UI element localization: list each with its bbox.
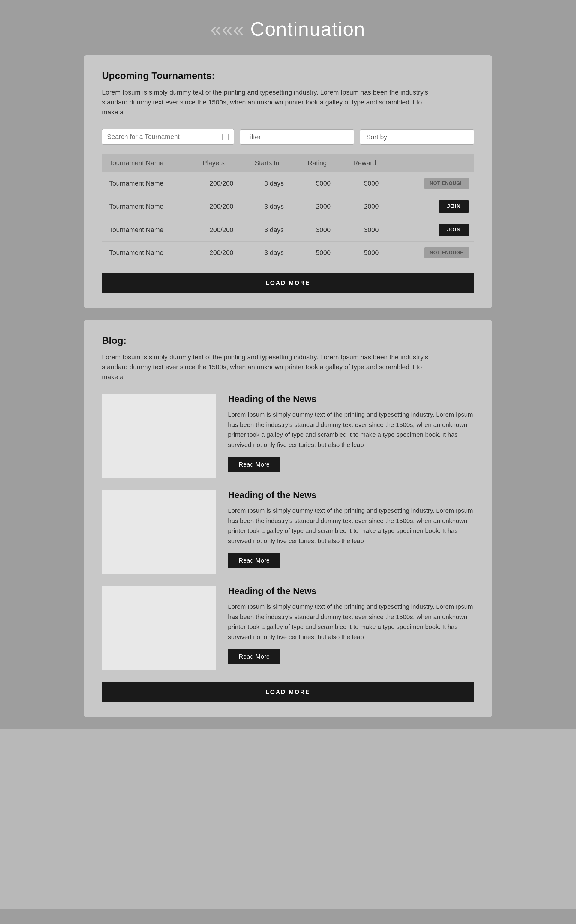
cell-players: 200/200	[195, 242, 248, 264]
blog-item: Heading of the News Lorem Ipsum is simpl…	[102, 394, 474, 478]
cell-starts: 3 days	[248, 218, 301, 242]
table-header-row: Tournament Name Players Starts In Rating…	[102, 154, 474, 172]
cell-rating: 3000	[301, 218, 346, 242]
blog-title: Blog:	[102, 335, 474, 346]
cell-reward: 5000	[346, 242, 397, 264]
cell-starts: 3 days	[248, 242, 301, 264]
cell-action: JOIN	[397, 195, 474, 218]
cell-name: Tournament Name	[102, 172, 195, 195]
cell-name: Tournament Name	[102, 218, 195, 242]
tournaments-description: Lorem Ipsum is simply dummy text of the …	[102, 87, 432, 117]
blog-load-more-button[interactable]: LOAD MORE	[102, 682, 474, 702]
cell-players: 200/200	[195, 218, 248, 242]
tournaments-title: Upcoming Tournaments:	[102, 70, 474, 81]
blog-post-heading: Heading of the News	[228, 394, 474, 404]
table-row: Tournament Name 200/200 3 days 5000 5000…	[102, 172, 474, 195]
read-more-button[interactable]: Read More	[228, 457, 280, 472]
page-header: ««« Continuation	[0, 0, 576, 55]
blog-post-text: Lorem Ipsum is simply dummy text of the …	[228, 505, 474, 546]
col-name: Tournament Name	[102, 154, 195, 172]
col-action	[397, 154, 474, 172]
col-players: Players	[195, 154, 248, 172]
filter-row: Filter Sort by	[102, 129, 474, 145]
cell-reward: 2000	[346, 195, 397, 218]
cell-rating: 5000	[301, 172, 346, 195]
join-button[interactable]: JOIN	[438, 224, 469, 236]
cell-starts: 3 days	[248, 195, 301, 218]
blog-image	[102, 490, 216, 574]
col-rating: Rating	[301, 154, 346, 172]
cell-reward: 3000	[346, 218, 397, 242]
not-enough-button: NOT ENOUGH	[424, 178, 469, 189]
tournament-table: Tournament Name Players Starts In Rating…	[102, 154, 474, 264]
blog-content: Heading of the News Lorem Ipsum is simpl…	[228, 586, 474, 664]
blog-image	[102, 394, 216, 478]
blog-post-text: Lorem Ipsum is simply dummy text of the …	[228, 602, 474, 642]
blog-image	[102, 586, 216, 670]
join-button[interactable]: JOIN	[438, 200, 469, 213]
tournaments-load-more-button[interactable]: LOAD MORE	[102, 273, 474, 293]
blog-item: Heading of the News Lorem Ipsum is simpl…	[102, 490, 474, 574]
sort-select[interactable]: Sort by	[360, 129, 474, 145]
filter-select[interactable]: Filter	[240, 129, 354, 145]
footer-area	[0, 729, 576, 909]
blog-content: Heading of the News Lorem Ipsum is simpl…	[228, 490, 474, 568]
cell-players: 200/200	[195, 172, 248, 195]
table-row: Tournament Name 200/200 3 days 3000 3000…	[102, 218, 474, 242]
cell-action: NOT ENOUGH	[397, 242, 474, 264]
read-more-button[interactable]: Read More	[228, 649, 280, 664]
blog-post-text: Lorem Ipsum is simply dummy text of the …	[228, 409, 474, 450]
col-reward: Reward	[346, 154, 397, 172]
not-enough-button: NOT ENOUGH	[424, 247, 469, 258]
blog-post-heading: Heading of the News	[228, 586, 474, 596]
read-more-button[interactable]: Read More	[228, 553, 280, 568]
cell-reward: 5000	[346, 172, 397, 195]
cell-action: JOIN	[397, 218, 474, 242]
blog-post-heading: Heading of the News	[228, 490, 474, 500]
table-row: Tournament Name 200/200 3 days 5000 5000…	[102, 242, 474, 264]
cell-action: NOT ENOUGH	[397, 172, 474, 195]
cell-players: 200/200	[195, 195, 248, 218]
page-title: Continuation	[251, 18, 365, 40]
table-row: Tournament Name 200/200 3 days 2000 2000…	[102, 195, 474, 218]
col-starts: Starts In	[248, 154, 301, 172]
cell-name: Tournament Name	[102, 195, 195, 218]
cell-starts: 3 days	[248, 172, 301, 195]
search-wrap	[102, 129, 234, 145]
blog-section: Blog: Lorem Ipsum is simply dummy text o…	[84, 320, 492, 717]
blog-posts-container: Heading of the News Lorem Ipsum is simpl…	[102, 394, 474, 670]
cell-rating: 2000	[301, 195, 346, 218]
blog-description: Lorem Ipsum is simply dummy text of the …	[102, 352, 432, 382]
search-input[interactable]	[107, 133, 219, 141]
back-arrows-icon[interactable]: «««	[211, 18, 245, 40]
cell-rating: 5000	[301, 242, 346, 264]
tournaments-section: Upcoming Tournaments: Lorem Ipsum is sim…	[84, 55, 492, 308]
search-checkbox[interactable]	[222, 133, 229, 140]
blog-content: Heading of the News Lorem Ipsum is simpl…	[228, 394, 474, 472]
cell-name: Tournament Name	[102, 242, 195, 264]
blog-item: Heading of the News Lorem Ipsum is simpl…	[102, 586, 474, 670]
